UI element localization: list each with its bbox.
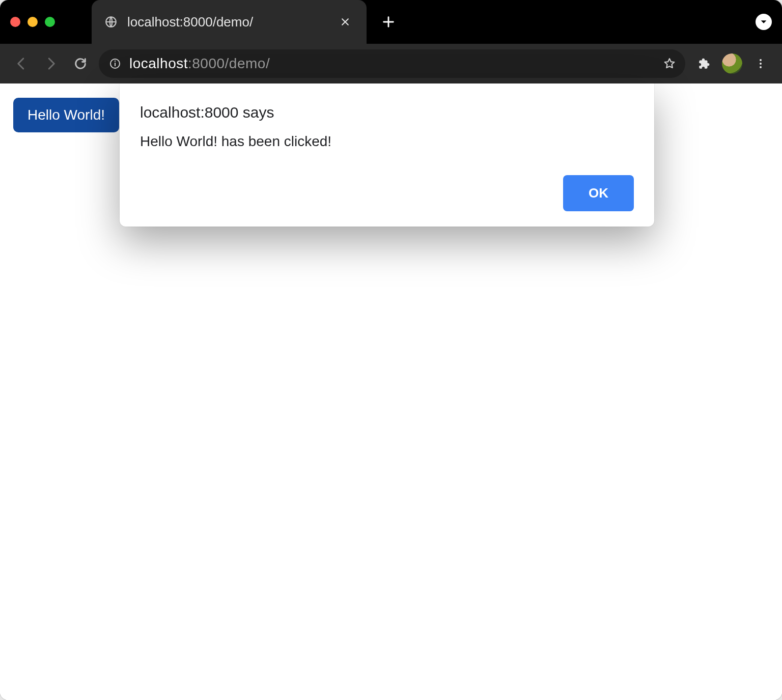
window-controls <box>10 17 55 27</box>
alert-backdrop: localhost:8000 says Hello World! has bee… <box>0 83 782 700</box>
globe-icon <box>103 14 119 30</box>
site-info-icon[interactable] <box>108 57 122 71</box>
window-maximize-button[interactable] <box>45 17 55 27</box>
alert-ok-button[interactable]: OK <box>563 175 634 211</box>
alert-actions: OK <box>140 175 634 211</box>
window-close-button[interactable] <box>10 17 20 27</box>
back-button[interactable] <box>10 52 33 75</box>
alert-title: localhost:8000 says <box>140 104 634 121</box>
extensions-button[interactable] <box>692 52 715 75</box>
window-minimize-button[interactable] <box>27 17 38 27</box>
svg-point-5 <box>760 63 762 65</box>
url-text: localhost:8000/demo/ <box>129 55 656 72</box>
profile-avatar[interactable] <box>722 53 742 74</box>
reload-button[interactable] <box>69 52 92 75</box>
address-bar[interactable]: localhost:8000/demo/ <box>99 49 685 78</box>
titlebar: localhost:8000/demo/ <box>0 0 782 44</box>
svg-point-6 <box>760 66 762 68</box>
tab-close-button[interactable] <box>337 14 353 30</box>
url-host: localhost <box>129 55 188 71</box>
browser-window: localhost:8000/demo/ <box>0 0 782 700</box>
search-tabs-button[interactable] <box>756 14 772 30</box>
url-path: :8000/demo/ <box>188 55 270 71</box>
forward-button[interactable] <box>40 52 62 75</box>
bookmark-star-icon[interactable] <box>663 57 676 70</box>
alert-message: Hello World! has been clicked! <box>140 133 634 150</box>
browser-tab[interactable]: localhost:8000/demo/ <box>92 0 367 44</box>
tab-title: localhost:8000/demo/ <box>127 14 329 30</box>
alert-dialog: localhost:8000 says Hello World! has bee… <box>120 83 654 227</box>
svg-point-3 <box>115 61 116 62</box>
page-content: Hello World! localhost:8000 says Hello W… <box>0 83 782 700</box>
new-tab-button[interactable] <box>376 9 401 35</box>
chrome-menu-button[interactable] <box>749 52 772 75</box>
svg-point-4 <box>760 59 762 61</box>
toolbar: localhost:8000/demo/ <box>0 44 782 83</box>
